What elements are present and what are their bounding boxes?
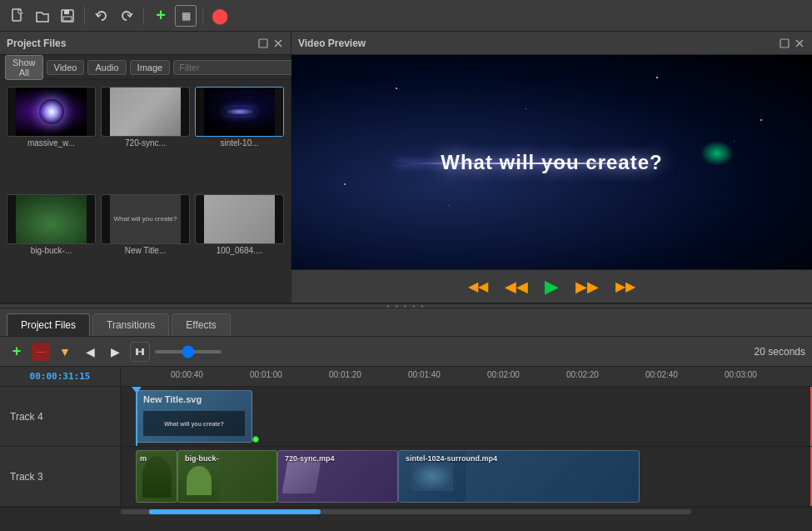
file-item-bigbuck[interactable]: big-buck-... [7, 194, 96, 297]
new-button[interactable] [7, 5, 28, 27]
svg-rect-12 [136, 348, 138, 355]
file-label: 720-sync... [125, 138, 166, 148]
remove-track-button[interactable]: — [32, 343, 50, 361]
file-item-sintel[interactable]: sintel-10... [195, 87, 284, 189]
clip-720sync[interactable]: 720-sync.mp4 [277, 450, 398, 503]
record-button[interactable]: ⬤ [209, 5, 231, 27]
clip-end-marker [252, 436, 259, 443]
save-button[interactable] [57, 5, 78, 27]
main-area: Project Files Show All Video Audio Image [0, 32, 812, 303]
filter-video-button[interactable]: Video [47, 60, 85, 75]
file-label: sintel-10... [220, 138, 258, 148]
clip-sintel[interactable]: sintel-1024-surround.mp4 [398, 450, 640, 503]
zoom-label: 20 seconds [755, 346, 805, 358]
file-item-title[interactable]: What will you create? New Title... [101, 194, 190, 297]
drag-dots: • • • • • [386, 302, 426, 311]
track-3-label: Track 3 [0, 447, 121, 506]
playhead-line [136, 387, 137, 446]
file-item-massive[interactable]: massive_w... [7, 87, 96, 189]
timeline-scrollbar[interactable] [0, 507, 812, 515]
star-7 [760, 119, 762, 121]
track-row-3: Track 3 m big-buck- [0, 447, 812, 507]
sep-2 [143, 7, 144, 25]
filter-input[interactable] [173, 60, 300, 75]
star-5 [344, 183, 346, 185]
project-files-grid: massive_w... 720-sync... sintel-10... [0, 80, 291, 303]
panel-controls [257, 38, 284, 49]
export-button[interactable]: ▦ [175, 5, 197, 27]
jump-end-button[interactable]: ▶▶ [612, 275, 639, 298]
ruler-mark-6: 00:02:20 [566, 370, 599, 379]
star-6 [448, 205, 449, 206]
video-controls: ◀◀ ◀◀ ▶ ▶▶ ▶▶ [291, 269, 812, 303]
timeline-tracks: Track 4 New Title.svg What will you crea… [0, 387, 812, 507]
ruler-mark-5: 00:02:00 [487, 370, 520, 379]
filter-all-button[interactable]: Show All [5, 55, 43, 80]
filter-tracks-button[interactable]: ▼ [55, 342, 75, 362]
ruler-mark-3: 00:01:20 [329, 370, 361, 379]
tab-transitions[interactable]: Transitions [92, 313, 169, 336]
project-files-header: Project Files [0, 32, 291, 55]
next-marker-button[interactable]: ▶ [105, 342, 125, 362]
sep-1 [84, 7, 85, 25]
snap-button[interactable] [130, 342, 150, 362]
clip-newtitle[interactable]: New Title.svg What will you create? [136, 390, 252, 443]
import-button[interactable]: + [150, 5, 172, 27]
tab-project-files[interactable]: Project Files [7, 313, 90, 336]
play-button[interactable]: ▶ [541, 273, 562, 301]
add-track-button[interactable]: + [7, 342, 27, 362]
video-canvas: What will you create? [291, 55, 812, 269]
timeline-toolbar: + — ▼ ◀ ▶ 20 seconds [0, 337, 812, 367]
svg-rect-13 [142, 348, 144, 355]
filter-bar: Show All Video Audio Image [0, 55, 291, 80]
filter-audio-button[interactable]: Audio [87, 60, 126, 75]
file-label: New Title... [125, 246, 166, 255]
h-scrollbar-thumb[interactable] [149, 509, 321, 514]
track-3-content: m big-buck- [121, 447, 812, 506]
playhead-head [132, 387, 142, 393]
close-panel-icon[interactable] [272, 38, 284, 49]
tabs-bar: Project Files Transitions Effects [0, 308, 812, 337]
project-files-panel: Project Files Show All Video Audio Image [0, 32, 291, 303]
prev-marker-button[interactable]: ◀ [80, 342, 100, 362]
zoom-slider[interactable] [155, 350, 222, 353]
redo-button[interactable] [116, 5, 137, 27]
video-preview-title: Video Preview [298, 38, 366, 49]
file-label: big-buck-... [31, 246, 72, 255]
ruler-mark-7: 00:02:40 [645, 370, 678, 379]
fastforward-button[interactable]: ▶▶ [572, 274, 602, 299]
clip-bigbuck[interactable]: big-buck- [177, 450, 277, 503]
video-preview-header: Video Preview [291, 32, 812, 55]
jump-start-button[interactable]: ◀◀ [465, 275, 491, 298]
track-row-4: Track 4 New Title.svg What will you crea… [0, 387, 812, 447]
svg-rect-3 [63, 17, 72, 21]
main-toolbar: + ▦ ⬤ [0, 0, 812, 32]
open-button[interactable] [32, 5, 53, 27]
star-1 [396, 88, 397, 89]
ruler-labels: 00:00:40 00:01:00 00:01:20 00:01:40 00:0… [121, 367, 812, 386]
ruler-mark-1: 00:00:40 [171, 370, 203, 379]
clip-fragment[interactable]: m [136, 450, 177, 503]
h-scrollbar-track[interactable] [121, 509, 691, 514]
star-3 [656, 77, 658, 78]
ruler-mark-8: 00:03:00 [725, 370, 757, 379]
rewind-button[interactable]: ◀◀ [501, 274, 531, 299]
timeline-area: + — ▼ ◀ ▶ 20 seconds 00:00:31:15 00:00:4… [0, 337, 812, 515]
video-preview-text: What will you create? [441, 151, 662, 174]
file-label: massive_w... [27, 138, 75, 148]
filter-image-button[interactable]: Image [130, 60, 171, 75]
pin-icon [779, 38, 790, 49]
time-display: 00:00:31:15 [0, 367, 121, 387]
file-label: 100_0684.... [217, 246, 263, 255]
pin-icon [257, 38, 269, 49]
video-preview-panel: Video Preview What will you create? ◀◀ [291, 32, 812, 303]
track-4-content: New Title.svg What will you create? [121, 387, 812, 446]
ruler-mark-2: 00:01:00 [250, 370, 282, 379]
file-item-720[interactable]: 720-sync... [101, 87, 190, 189]
green-glow [700, 141, 734, 166]
undo-button[interactable] [91, 5, 112, 27]
file-item-100[interactable]: 100_0684.... [195, 194, 284, 297]
tab-effects[interactable]: Effects [172, 313, 230, 336]
sep-3 [202, 7, 203, 25]
close-preview-icon[interactable] [794, 38, 805, 49]
